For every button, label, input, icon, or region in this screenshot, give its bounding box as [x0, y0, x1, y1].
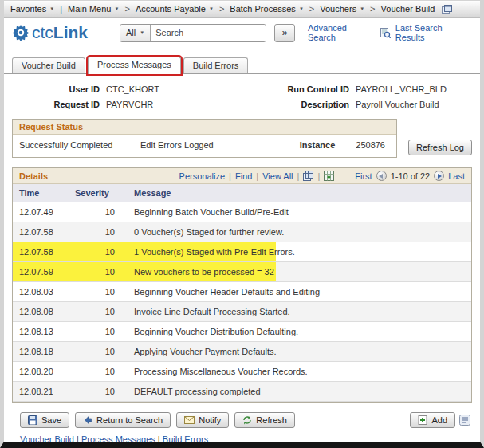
breadcrumb-separator: > — [124, 4, 129, 14]
zoom-grid-icon[interactable] — [303, 171, 313, 181]
download-icon[interactable] — [324, 171, 334, 181]
breadcrumb-item-label: Batch Processes — [230, 4, 296, 14]
breadcrumb-item[interactable]: Favorites▼ — [10, 4, 54, 14]
cell-message: 0 Voucher(s) Staged for further review. — [128, 222, 471, 242]
breadcrumb-item-label: Favorites — [10, 4, 46, 14]
paging-range: 1-10 of 22 — [391, 171, 431, 181]
table-row: 12.07.59 10 New vouchers to be processed… — [13, 262, 471, 282]
request-status-box: Request Status Successfully Completed Ed… — [12, 119, 397, 158]
footer-link-build-errors[interactable]: Build Errors — [163, 434, 208, 444]
breadcrumb-item[interactable]: Vouchers▼ — [320, 4, 364, 14]
breadcrumb-item[interactable]: Accounts Payable▼ — [136, 4, 214, 14]
cell-message: Beginning Voucher Header Defaults and Ed… — [128, 282, 471, 301]
pipe-separator: | — [256, 171, 258, 181]
refresh-log-button[interactable]: Refresh Log — [408, 140, 472, 155]
search-input[interactable] — [151, 25, 266, 41]
chevron-down-icon: ▼ — [299, 6, 304, 11]
pipe-separator: | — [297, 171, 300, 181]
tab-voucher-build[interactable]: Voucher Build — [12, 57, 85, 73]
breadcrumb-item-label: Voucher Build — [381, 4, 435, 14]
breadcrumb-item[interactable]: Main Menu▼ — [68, 4, 119, 14]
table-row: 12.08.20 10 Processing Miscellaneous Vou… — [13, 362, 471, 382]
request-status-row: Successfully Completed Edit Errors Logge… — [13, 135, 396, 157]
edit-status-value: Edit Errors Logged — [140, 140, 300, 150]
request-status-value: Successfully Completed — [19, 140, 140, 150]
cell-time: 12.08.21 — [13, 382, 69, 401]
link-separator: | — [155, 434, 163, 444]
tab-build-errors[interactable]: Build Errors — [183, 57, 248, 73]
save-icon — [28, 415, 37, 425]
footer-link-voucher-build[interactable]: Voucher Build — [20, 434, 74, 444]
breadcrumb-bar: Favorites▼ | Main Menu▼ > Accounts Payab… — [4, 1, 480, 18]
details-header: Details Personalize | Find | View All | … — [13, 168, 471, 184]
column-header-severity[interactable]: Severity — [69, 184, 128, 202]
run-control-id-value: PAYROLL_VCHR_BLD — [356, 84, 472, 94]
details-box: Details Personalize | Find | View All | … — [12, 167, 472, 403]
footer-toolbar: Save Return to Search Notify Refresh Add — [12, 403, 472, 430]
breadcrumb-separator: > — [370, 4, 375, 14]
breadcrumb-separator: | — [60, 4, 62, 14]
refresh-button[interactable]: Refresh — [234, 412, 295, 428]
journal-icon[interactable] — [459, 415, 470, 426]
cell-severity: 10 — [69, 282, 128, 301]
tab-label: Build Errors — [193, 61, 238, 70]
column-header-time[interactable]: Time — [13, 184, 69, 202]
breadcrumb-item[interactable]: Batch Processes▼ — [230, 4, 304, 14]
save-button[interactable]: Save — [20, 412, 69, 428]
paging-last-link[interactable]: Last — [448, 171, 465, 181]
cell-time: 12.08.03 — [13, 282, 69, 301]
table-row: 12.08.18 10 Applying Voucher Payment Def… — [13, 342, 471, 362]
cell-message: New vouchers to be processed = 32 — [128, 262, 471, 281]
breadcrumb: Favorites▼ | Main Menu▼ > Accounts Payab… — [10, 4, 435, 14]
envelope-icon — [184, 416, 195, 424]
details-paging: First 1-10 of 22 Last — [355, 171, 465, 181]
details-rows: 12.07.49 10 Beginning Batch Voucher Buil… — [13, 202, 471, 402]
search-scope-dropdown[interactable]: All ▼ — [120, 25, 151, 41]
add-button[interactable]: Add — [410, 412, 455, 428]
details-toolbar: Personalize | Find | View All | | — [179, 171, 335, 181]
footer-link-process-messages[interactable]: Process Messages — [81, 434, 155, 444]
advanced-search-link[interactable]: Advanced Search — [308, 23, 376, 42]
page-links: Voucher Build | Process Messages | Build… — [12, 430, 472, 448]
notify-button[interactable]: Notify — [176, 412, 229, 428]
last-search-results-link[interactable]: Last Search Results — [395, 23, 472, 42]
cell-message: Applying Voucher Payment Defaults. — [128, 342, 471, 361]
new-window-icon[interactable] — [442, 5, 452, 14]
table-row: 12.08.21 10 DEFAULT processing completed — [13, 382, 471, 402]
find-link[interactable]: Find — [235, 171, 252, 181]
search-scope-value: All — [126, 28, 136, 37]
personalize-link[interactable]: Personalize — [179, 171, 225, 181]
paging-prev-icon[interactable] — [376, 171, 387, 181]
search-box: All ▼ — [120, 24, 266, 42]
run-control-id-label: Run Control ID — [260, 84, 349, 94]
logo-text: ctcLink — [32, 23, 88, 42]
table-row: 12.07.49 10 Beginning Batch Voucher Buil… — [13, 202, 471, 222]
app-header: ctcLink All ▼ » Advanced Search Last Sea… — [4, 18, 480, 49]
refresh-icon — [242, 415, 252, 425]
table-row: 12.08.03 10 Beginning Voucher Header Def… — [13, 282, 471, 302]
tab-label: Process Messages — [97, 60, 171, 69]
chevron-down-icon: ▼ — [360, 6, 364, 11]
add-icon — [418, 415, 427, 425]
search-go-button[interactable]: » — [274, 24, 295, 42]
cell-message: 1 Voucher(s) Staged with Pre-Edit Errors… — [128, 242, 471, 261]
cell-time: 12.07.49 — [13, 202, 69, 222]
cell-message: Beginning Voucher Distribution Defaultin… — [128, 322, 471, 341]
instance-value: 250876 — [356, 140, 385, 150]
cell-severity: 10 — [69, 362, 128, 381]
pipe-separator: | — [229, 171, 231, 181]
header-links: Advanced Search Last Search Results — [308, 23, 472, 42]
cell-severity: 10 — [69, 342, 128, 361]
column-header-message[interactable]: Message — [128, 184, 471, 202]
paging-next-icon[interactable] — [434, 171, 444, 181]
request-status-section: Request Status Successfully Completed Ed… — [12, 119, 472, 158]
breadcrumb-item-label: Accounts Payable — [136, 4, 206, 14]
breadcrumb-item[interactable]: Voucher Build — [381, 4, 435, 14]
request-id-value: PAYRVCHR — [106, 100, 254, 109]
cell-time: 12.08.08 — [13, 302, 69, 321]
return-to-search-button[interactable]: Return to Search — [75, 412, 171, 428]
view-all-link[interactable]: View All — [262, 171, 293, 181]
paging-first-link[interactable]: First — [355, 171, 372, 181]
tab-process-messages[interactable]: Process Messages — [88, 57, 181, 74]
user-id-value: CTC_KHORT — [106, 84, 254, 94]
